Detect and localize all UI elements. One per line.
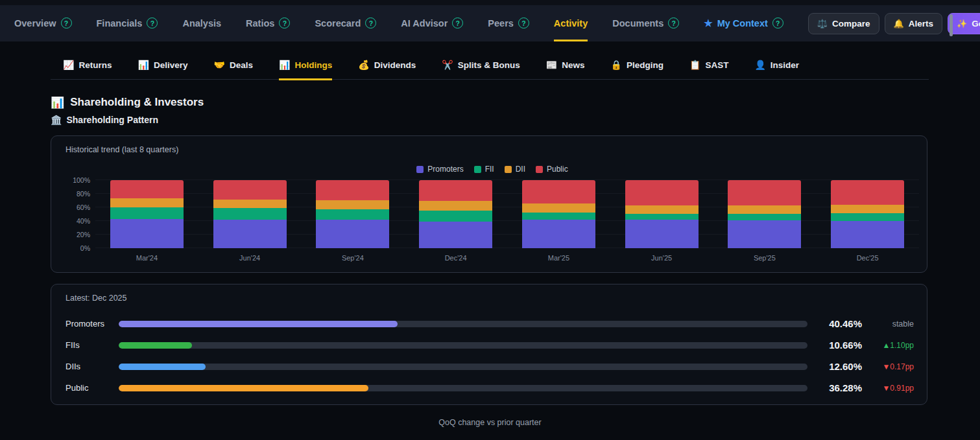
nav-item-label: Ratios xyxy=(246,18,274,29)
holding-bar-fill xyxy=(119,364,206,370)
x-tick: Sep'24 xyxy=(302,254,405,262)
tab-label: Returns xyxy=(78,60,112,70)
tab-news[interactable]: 📰News xyxy=(546,60,585,80)
tab-insider[interactable]: 👤Insider xyxy=(754,60,799,80)
bar-group-jun-24 xyxy=(198,180,302,248)
help-icon[interactable]: ? xyxy=(147,17,158,29)
compare-button[interactable]: ⚖️Compare xyxy=(808,13,879,34)
tab-dividends[interactable]: 💰Dividends xyxy=(358,60,416,80)
holding-label: DIIs xyxy=(66,362,119,371)
holding-label: Public xyxy=(66,383,119,393)
bar-group-mar-25 xyxy=(507,180,610,248)
qoq-footnote: QoQ change vs prior quarter xyxy=(0,418,980,427)
help-icon[interactable]: ? xyxy=(279,17,290,29)
nav-item-ai-advisor[interactable]: AI Advisor? xyxy=(401,5,463,41)
tab-sast[interactable]: 📋SAST xyxy=(689,60,728,80)
bar-segment-dii xyxy=(110,198,184,207)
help-icon[interactable]: ? xyxy=(772,17,783,29)
tab-label: SAST xyxy=(705,60,728,70)
help-icon[interactable]: ? xyxy=(668,17,679,29)
help-icon[interactable]: ? xyxy=(452,17,463,29)
historical-trend-card: Historical trend (last 8 quarters) Promo… xyxy=(51,135,927,273)
news-icon: 📰 xyxy=(546,60,557,70)
nav-item-label: My Context xyxy=(717,18,768,29)
bar-segment-public xyxy=(522,180,595,203)
holdings-icon: 📊 xyxy=(279,60,290,70)
bar-segment-promoters xyxy=(110,219,184,248)
nav-item-financials[interactable]: Financials? xyxy=(97,5,158,41)
holding-label: Promoters xyxy=(66,319,119,329)
dividends-icon: 💰 xyxy=(358,60,369,70)
bar-segment-promoters xyxy=(831,221,904,248)
tab-holdings[interactable]: 📊Holdings xyxy=(279,60,332,80)
holding-delta: ▼0.91pp xyxy=(862,384,914,393)
bar-segment-dii xyxy=(213,200,287,208)
legend-label: DII xyxy=(516,165,525,174)
bar-segment-public xyxy=(419,180,492,201)
bar-group-sep-25 xyxy=(713,180,817,248)
nav-item-overview[interactable]: Overview? xyxy=(14,5,72,41)
holding-row-promoters: Promoters40.46%stable xyxy=(66,313,914,334)
holding-value: 12.60% xyxy=(819,361,862,372)
bar-segment-dii xyxy=(316,200,389,209)
nav-item-ratios[interactable]: Ratios? xyxy=(246,5,290,41)
holding-bar-track xyxy=(119,385,807,391)
holding-bar-fill xyxy=(119,385,368,391)
holding-bar-track xyxy=(119,364,807,370)
nav-scrollbar-thumb[interactable] xyxy=(950,14,953,36)
nav-item-label: Activity xyxy=(554,18,588,29)
bars xyxy=(95,180,919,248)
tab-pledging[interactable]: 🔒Pledging xyxy=(610,60,663,80)
legend-label: Public xyxy=(547,165,568,174)
bar-segment-promoters xyxy=(316,220,389,248)
bar-segment-promoters xyxy=(522,220,595,248)
nav-item-documents[interactable]: Documents? xyxy=(612,5,679,41)
bar-group-dec-24 xyxy=(404,180,507,248)
subtabs-bar: 📈Returns📊Delivery🤝Deals📊Holdings💰Dividen… xyxy=(51,60,929,80)
tab-delivery[interactable]: 📊Delivery xyxy=(137,60,187,80)
legend-item-promoters: Promoters xyxy=(416,165,463,174)
holding-bar-fill xyxy=(119,321,398,327)
alerts-button[interactable]: 🔔Alerts xyxy=(885,13,943,34)
tab-deals[interactable]: 🤝Deals xyxy=(214,60,254,80)
legend-label: Promoters xyxy=(427,165,463,174)
legend-label: FII xyxy=(485,165,494,174)
holding-bar-track xyxy=(119,342,807,349)
returns-icon: 📈 xyxy=(63,60,74,70)
bar-stack xyxy=(419,180,492,248)
splits-bonus-icon: ✂️ xyxy=(442,60,453,70)
nav-item-analysis[interactable]: Analysis xyxy=(182,5,221,41)
scale-icon: ⚖️ xyxy=(817,19,828,29)
y-axis: 0%20%40%60%80%100% xyxy=(66,180,95,248)
holding-row-public: Public36.28%▼0.91pp xyxy=(66,377,914,399)
bar-stack xyxy=(213,180,287,248)
nav-item-label: Documents xyxy=(612,18,663,29)
legend-item-fii: FII xyxy=(474,165,494,174)
help-icon[interactable]: ? xyxy=(61,17,72,29)
bar-segment-promoters xyxy=(419,222,492,248)
chart-legend: PromotersFIIDIIPublic xyxy=(66,165,919,174)
bar-group-dec-25 xyxy=(816,180,919,248)
button-label: Generate Report xyxy=(972,19,980,29)
holding-row-diis: DIIs12.60%▼0.17pp xyxy=(66,356,914,377)
x-tick: Sep'25 xyxy=(713,254,817,262)
bar-segment-fii xyxy=(625,214,699,220)
legend-item-dii: DII xyxy=(505,165,525,174)
nav-item-label: Peers xyxy=(488,18,514,29)
insider-icon: 👤 xyxy=(754,60,765,70)
legend-swatch xyxy=(505,166,512,173)
bar-segment-fii xyxy=(316,209,389,220)
bar-segment-dii xyxy=(625,205,699,213)
holding-delta: ▲1.10pp xyxy=(862,341,914,350)
nav-item-peers[interactable]: Peers? xyxy=(488,5,529,41)
help-icon[interactable]: ? xyxy=(365,17,376,29)
tab-splits-bonus[interactable]: ✂️Splits & Bonus xyxy=(442,60,520,80)
top-nav-bar: Overview?Financials?AnalysisRatios?Score… xyxy=(0,5,980,41)
help-icon[interactable]: ? xyxy=(518,17,529,29)
nav-item-scorecard[interactable]: Scorecard? xyxy=(315,5,376,41)
top-strip xyxy=(0,0,980,5)
tab-returns[interactable]: 📈Returns xyxy=(63,60,112,80)
nav-item-activity[interactable]: Activity xyxy=(554,5,588,41)
holding-bar-track xyxy=(119,321,807,327)
nav-item-my-context[interactable]: ★My Context? xyxy=(704,5,783,41)
